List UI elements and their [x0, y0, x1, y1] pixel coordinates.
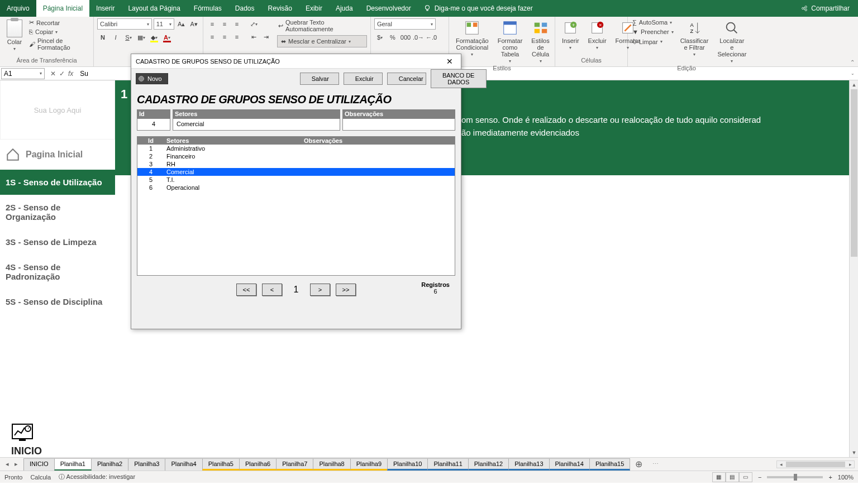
sidebar-item-3s[interactable]: 3S - Senso de Limpeza: [0, 229, 115, 255]
sheet-tab[interactable]: Planilha6: [239, 458, 277, 471]
enter-formula-button[interactable]: ✓: [59, 70, 65, 78]
orientation-button[interactable]: ⤢▾: [248, 18, 259, 30]
pager-prev-button[interactable]: <: [262, 284, 282, 296]
sheet-tab[interactable]: Planilha14: [549, 458, 590, 471]
sidebar-item-1s[interactable]: 1S - Senso de Utilização: [0, 170, 115, 195]
tab-layout[interactable]: Layout da Página: [121, 0, 187, 17]
records-grid[interactable]: Id Setores Observações 1Administrativo2F…: [137, 136, 455, 276]
tab-nav-last[interactable]: ▸: [12, 460, 20, 468]
autosum-button[interactable]: ∑AutoSoma▾: [631, 18, 675, 26]
italic-button[interactable]: I: [110, 32, 121, 43]
font-color-button[interactable]: A▾: [161, 32, 173, 43]
table-row[interactable]: 2Financeiro: [137, 152, 455, 160]
sheet-tab[interactable]: Planilha2: [91, 458, 128, 471]
align-middle-button[interactable]: ≡: [219, 18, 230, 30]
sheet-tab[interactable]: Planilha12: [468, 458, 509, 471]
sidebar-item-2s[interactable]: 2S - Senso de Organização: [0, 195, 115, 229]
indent-dec-button[interactable]: ⇤: [248, 31, 259, 42]
table-row[interactable]: 6Operacional: [137, 184, 455, 191]
tab-review[interactable]: Revisão: [261, 0, 299, 17]
border-button[interactable]: ▦▾: [136, 32, 147, 43]
salvar-button[interactable]: Salvar: [300, 73, 339, 85]
cut-button[interactable]: ✂Recortar: [28, 18, 90, 27]
tell-me-search[interactable]: Diga-me o que você deseja fazer: [423, 4, 533, 12]
align-center-button[interactable]: ≡: [219, 31, 230, 42]
zoom-slider[interactable]: [767, 476, 823, 478]
sheet-tab[interactable]: Planilha10: [387, 458, 428, 471]
scroll-left-icon[interactable]: ◂: [777, 462, 785, 467]
table-row[interactable]: 1Administrativo: [137, 145, 455, 152]
pager-first-button[interactable]: <<: [236, 284, 256, 296]
input-obs[interactable]: [342, 118, 455, 131]
find-select-button[interactable]: Localizar e Selecionar▾: [714, 18, 750, 65]
scroll-down-icon[interactable]: ▼: [850, 448, 858, 457]
tab-insert[interactable]: Inserir: [89, 0, 121, 17]
banco-dados-button[interactable]: BANCO DE DADOS: [431, 69, 487, 88]
pager-next-button[interactable]: >: [310, 284, 330, 296]
percent-button[interactable]: %: [387, 32, 398, 43]
wrap-text-button[interactable]: ↩Quebrar Texto Automaticamente: [277, 18, 367, 33]
tab-help[interactable]: Ajuda: [329, 0, 360, 17]
add-sheet-button[interactable]: ⊕: [630, 459, 648, 469]
fx-button[interactable]: fx: [68, 70, 73, 78]
sort-filter-button[interactable]: AZClassificar e Filtrar▾: [677, 18, 712, 65]
sheet-tab[interactable]: Planilha5: [202, 458, 240, 471]
status-accessibility[interactable]: ⓘ Acessibilidade: investigar: [59, 473, 135, 481]
sidebar-home[interactable]: Pagina Inicial: [0, 140, 115, 170]
input-id[interactable]: 4: [137, 118, 170, 131]
sheet-tab[interactable]: Planilha7: [276, 458, 313, 471]
underline-button[interactable]: S▾: [123, 32, 134, 43]
thousands-button[interactable]: 000: [400, 32, 411, 43]
tab-view[interactable]: Exibir: [299, 0, 329, 17]
input-setores[interactable]: Comercial: [173, 118, 340, 131]
collapse-ribbon-button[interactable]: ⌃: [850, 59, 855, 65]
sheet-tab[interactable]: Planilha15: [589, 458, 630, 471]
increase-font-button[interactable]: A▴: [176, 18, 187, 30]
align-left-button[interactable]: ≡: [207, 31, 218, 42]
tab-nav-first[interactable]: ◂: [3, 460, 11, 468]
tab-file[interactable]: Arquivo: [0, 0, 36, 17]
scroll-up-icon[interactable]: ▲: [850, 80, 858, 89]
fill-color-button[interactable]: ◆▾: [149, 32, 160, 43]
tab-data[interactable]: Dados: [228, 0, 261, 17]
insert-cells-button[interactable]: +Inserir▾: [559, 18, 583, 57]
clear-button[interactable]: ◇Limpar▾: [631, 37, 675, 46]
sheet-tab[interactable]: Planilha3: [128, 458, 165, 471]
tab-home[interactable]: Página Inicial: [36, 0, 89, 17]
view-page-layout-button[interactable]: ▤: [726, 472, 739, 482]
scroll-right-icon[interactable]: ▸: [846, 462, 854, 467]
tab-formulas[interactable]: Fórmulas: [187, 0, 228, 17]
table-row[interactable]: 5T.I.: [137, 176, 455, 184]
horizontal-scrollbar[interactable]: ◂ ▸: [776, 460, 855, 468]
scroll-thumb[interactable]: [851, 89, 857, 257]
format-painter-button[interactable]: 🖌Pincel de Formatação: [28, 37, 90, 51]
cancel-formula-button[interactable]: ✕: [50, 70, 56, 78]
cancelar-button[interactable]: Cancelar: [387, 73, 426, 85]
tab-overflow[interactable]: ⋯: [648, 460, 663, 468]
zoom-level[interactable]: 100%: [838, 474, 854, 481]
align-top-button[interactable]: ≡: [207, 18, 218, 30]
sheet-tab[interactable]: Planilha1: [54, 458, 92, 471]
copy-button[interactable]: ⎘Copiar▾: [28, 28, 90, 36]
merge-center-button[interactable]: ⬌Mesclar e Centralizar▾: [277, 35, 367, 47]
decrease-font-button[interactable]: A▾: [188, 18, 199, 30]
delete-cells-button[interactable]: ×Excluir▾: [585, 18, 610, 57]
vertical-scrollbar[interactable]: ▲ ▼: [849, 80, 858, 457]
font-name-select[interactable]: Calibri▾: [97, 18, 152, 30]
format-table-button[interactable]: Formatar como Tabela▾: [494, 18, 526, 65]
pager-last-button[interactable]: >>: [336, 284, 356, 296]
number-format-select[interactable]: Geral▾: [374, 18, 436, 30]
expand-formula-bar[interactable]: ⌄: [847, 71, 858, 76]
sheet-tab[interactable]: INICIO: [23, 458, 55, 471]
sheet-tab[interactable]: Planilha8: [313, 458, 350, 471]
excluir-button[interactable]: Excluir: [344, 73, 383, 85]
zoom-in-button[interactable]: +: [828, 474, 832, 481]
table-row[interactable]: 3RH: [137, 160, 455, 168]
sidebar-item-4s[interactable]: 4S - Senso de Padronização: [0, 255, 115, 289]
share-button[interactable]: Compartilhar: [800, 4, 850, 12]
view-normal-button[interactable]: ▦: [712, 472, 726, 482]
sidebar-item-5s[interactable]: 5S - Senso de Disciplina: [0, 289, 115, 314]
sheet-tab[interactable]: Planilha11: [427, 458, 468, 471]
name-box[interactable]: A1▾: [1, 68, 45, 79]
currency-button[interactable]: $▾: [374, 32, 385, 43]
